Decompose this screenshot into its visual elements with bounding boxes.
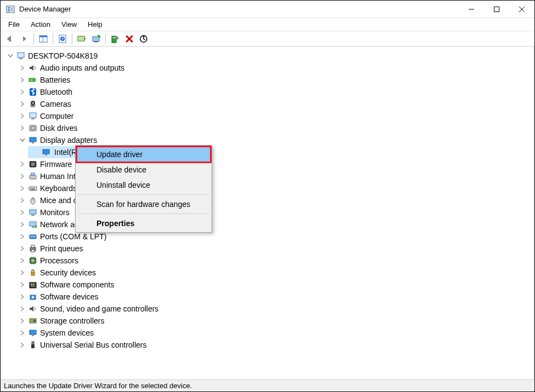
tree-category-computer[interactable]: Computer <box>5 110 534 122</box>
show-hide-console-button[interactable] <box>37 32 50 45</box>
expander-icon[interactable] <box>19 281 26 288</box>
expander-icon[interactable] <box>19 65 26 71</box>
svg-rect-88 <box>32 342 34 344</box>
app-icon <box>6 5 15 14</box>
tree-category-storagectl[interactable]: Storage controllers <box>5 315 534 327</box>
expander-icon[interactable] <box>19 77 26 83</box>
tree-category-usb[interactable]: Universal Serial Bus controllers <box>5 339 534 351</box>
svg-point-63 <box>34 236 35 237</box>
expander-icon[interactable] <box>19 221 26 228</box>
uninstall-device-button[interactable] <box>109 32 122 45</box>
svg-rect-21 <box>18 53 24 57</box>
forward-button[interactable] <box>18 32 31 45</box>
menu-view[interactable]: View <box>56 19 82 30</box>
speaker-icon <box>28 63 38 73</box>
tree-category-cameras[interactable]: Cameras <box>5 98 534 110</box>
toolbar: ? <box>1 31 534 47</box>
tree-category-display[interactable]: Display adapters <box>5 134 534 146</box>
svg-rect-49 <box>30 188 31 189</box>
menu-help[interactable]: Help <box>82 19 108 30</box>
swcomp-icon <box>28 280 38 290</box>
svg-rect-79 <box>31 284 32 285</box>
svg-rect-68 <box>31 259 35 262</box>
svg-rect-55 <box>30 210 36 214</box>
tree-category-batteries[interactable]: Batteries <box>5 74 534 86</box>
battery-icon <box>28 75 38 85</box>
svg-rect-65 <box>31 245 35 247</box>
expander-icon[interactable] <box>19 209 26 216</box>
tree-category-label: Print queues <box>40 244 83 253</box>
help-button[interactable]: ? <box>56 32 69 45</box>
svg-rect-56 <box>31 215 35 216</box>
tree-category-sound[interactable]: Sound, video and game controllers <box>5 303 534 315</box>
camera-icon <box>28 99 38 109</box>
context-uninstall-device[interactable]: Uninstall device <box>77 177 210 193</box>
expander-icon[interactable] <box>19 173 26 180</box>
expander-icon[interactable] <box>19 161 26 168</box>
context-separator <box>78 214 209 214</box>
expander-icon[interactable] <box>19 257 26 264</box>
expander-icon[interactable] <box>19 342 26 348</box>
expander-icon[interactable] <box>19 185 26 192</box>
expander-icon[interactable] <box>19 245 26 252</box>
back-button[interactable] <box>3 32 16 45</box>
tree-root-label: DESKTOP-504K819 <box>28 51 98 60</box>
svg-rect-6 <box>494 7 499 11</box>
context-scan-hardware[interactable]: Scan for hardware changes <box>77 197 210 212</box>
context-disable-device[interactable]: Disable device <box>77 162 210 177</box>
expander-icon[interactable] <box>19 233 26 240</box>
context-properties[interactable]: Properties <box>77 216 210 231</box>
svg-text:?: ? <box>61 37 64 42</box>
tree-category-security[interactable]: Security devices <box>5 267 534 279</box>
expander-icon[interactable] <box>19 137 26 143</box>
expander-icon[interactable] <box>19 89 26 95</box>
context-menu: Update driver Disable device Uninstall d… <box>75 145 212 233</box>
tree-category-label: Universal Serial Bus controllers <box>40 341 147 349</box>
tree-category-processors[interactable]: Processors <box>5 255 534 267</box>
svg-rect-81 <box>31 285 35 286</box>
scan-hardware-button[interactable] <box>137 32 150 45</box>
delete-button[interactable] <box>123 32 136 45</box>
svg-rect-52 <box>31 189 35 191</box>
svg-point-28 <box>32 102 34 104</box>
expander-icon[interactable] <box>19 269 26 276</box>
expander-icon[interactable] <box>19 101 26 107</box>
tree-category-sysdevices[interactable]: System devices <box>5 327 534 339</box>
expander-icon[interactable] <box>19 318 26 324</box>
expander-icon[interactable] <box>19 197 26 204</box>
expander-icon[interactable] <box>19 125 26 131</box>
svg-point-61 <box>31 236 32 237</box>
tree-category-label: Processors <box>40 256 78 265</box>
svg-rect-24 <box>35 79 36 80</box>
expander-icon[interactable] <box>19 113 26 119</box>
svg-rect-16 <box>93 37 99 42</box>
expander-icon[interactable] <box>7 53 14 59</box>
tree-category-disk[interactable]: Disk drives <box>5 122 534 134</box>
tree-category-swdevices[interactable]: Software devices <box>5 291 534 303</box>
context-update-driver[interactable]: Update driver <box>77 147 210 162</box>
disable-device-button[interactable] <box>89 32 103 45</box>
tree-category-printqueues[interactable]: Print queues <box>5 243 534 255</box>
svg-rect-4 <box>10 7 13 11</box>
device-tree[interactable]: DESKTOP-504K819 Audio inputs and outputs… <box>1 47 534 379</box>
tree-category-label: Cameras <box>40 100 71 108</box>
expander-icon[interactable] <box>19 305 26 312</box>
tree-category-audio[interactable]: Audio inputs and outputs <box>5 62 534 74</box>
expander-icon[interactable] <box>19 293 26 300</box>
tree-root[interactable]: DESKTOP-504K819 <box>5 50 534 62</box>
minimize-button[interactable] <box>459 1 484 18</box>
tree-category-swcomponents[interactable]: Software components <box>5 279 534 291</box>
close-button[interactable] <box>509 1 534 18</box>
maximize-button[interactable] <box>484 1 509 18</box>
tree-category-label: Keyboards <box>40 184 77 193</box>
expander-icon[interactable] <box>19 330 26 336</box>
tree-category-bluetooth[interactable]: Bluetooth <box>5 86 534 98</box>
menu-action[interactable]: Action <box>25 19 56 30</box>
svg-rect-37 <box>45 154 47 155</box>
tree-category-label: Disk drives <box>40 124 77 132</box>
menu-file[interactable]: File <box>3 19 25 30</box>
printer-icon <box>28 244 38 253</box>
svg-rect-58 <box>32 227 34 228</box>
update-driver-button[interactable] <box>75 32 88 45</box>
keyboard-icon <box>28 183 38 193</box>
